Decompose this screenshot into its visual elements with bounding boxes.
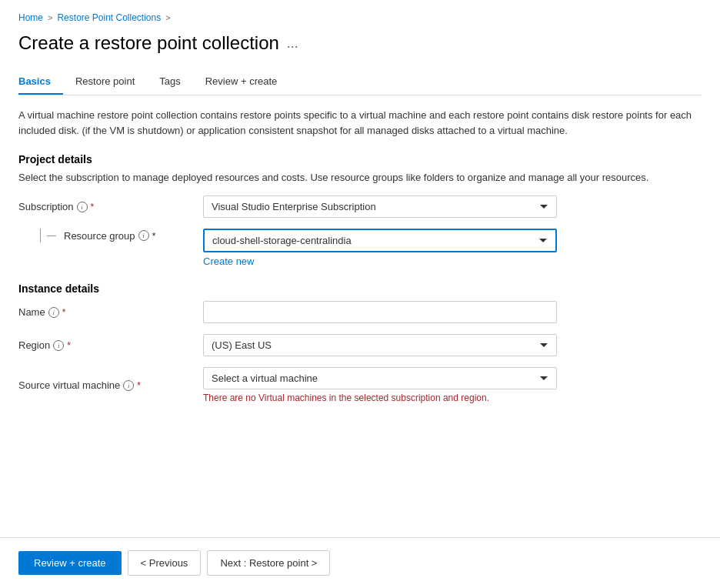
source-vm-label: Source virtual machine i * xyxy=(18,379,203,391)
project-details-desc: Select the subscription to manage deploy… xyxy=(18,172,702,183)
resource-group-row: Resource group i * cloud-shell-storage-c… xyxy=(18,229,702,267)
region-control: (US) East US xyxy=(203,334,557,356)
source-vm-error: There are no Virtual machines in the sel… xyxy=(203,393,557,403)
next-button[interactable]: Next : Restore point > xyxy=(207,550,330,576)
resource-group-label-area: Resource group i * xyxy=(18,229,203,242)
tab-review-create[interactable]: Review + create xyxy=(193,69,290,95)
page-title: Create a restore point collection xyxy=(18,32,279,54)
region-row: Region i * (US) East US xyxy=(18,334,702,356)
review-create-button[interactable]: Review + create xyxy=(18,551,122,575)
region-select[interactable]: (US) East US xyxy=(203,334,557,356)
source-vm-info-icon[interactable]: i xyxy=(123,380,134,391)
source-vm-select[interactable]: Select a virtual machine xyxy=(203,367,557,389)
subscription-info-icon[interactable]: i xyxy=(77,202,88,212)
name-control xyxy=(203,301,557,323)
instance-details-title: Instance details xyxy=(18,282,702,295)
breadcrumb-collections[interactable]: Restore Point Collections xyxy=(57,12,161,23)
tab-bar: Basics Restore point Tags Review + creat… xyxy=(18,69,702,95)
resource-group-select[interactable]: cloud-shell-storage-centralindia xyxy=(203,229,557,252)
previous-button[interactable]: < Previous xyxy=(128,550,202,576)
footer: Review + create < Previous Next : Restor… xyxy=(0,537,720,588)
more-options-icon[interactable]: ... xyxy=(287,35,298,52)
instance-details-section: Instance details Name i * Region i * (US… xyxy=(18,282,702,403)
resource-group-required: * xyxy=(152,230,156,242)
name-required: * xyxy=(62,307,66,318)
breadcrumb-home[interactable]: Home xyxy=(18,12,43,23)
subscription-required: * xyxy=(91,202,95,212)
name-info-icon[interactable]: i xyxy=(48,307,59,318)
page-title-row: Create a restore point collection ... xyxy=(18,32,702,54)
breadcrumb-sep1: > xyxy=(48,13,52,22)
source-vm-required: * xyxy=(137,380,141,391)
tab-basics[interactable]: Basics xyxy=(18,69,63,95)
page-description: A virtual machine restore point collecti… xyxy=(18,108,702,138)
name-row: Name i * xyxy=(18,301,702,323)
create-new-link[interactable]: Create new xyxy=(203,256,557,267)
name-input[interactable] xyxy=(203,301,557,323)
resource-group-control: cloud-shell-storage-centralindia Create … xyxy=(203,229,557,267)
source-vm-row: Source virtual machine i * Select a virt… xyxy=(18,367,702,403)
region-label: Region i * xyxy=(18,339,203,351)
name-label: Name i * xyxy=(18,306,203,318)
tab-tags[interactable]: Tags xyxy=(147,69,192,95)
breadcrumb: Home > Restore Point Collections > xyxy=(18,12,702,23)
subscription-label: Subscription i * xyxy=(18,201,203,212)
region-required: * xyxy=(67,340,71,351)
resource-group-info-icon[interactable]: i xyxy=(138,230,149,241)
subscription-select[interactable]: Visual Studio Enterprise Subscription xyxy=(203,195,557,218)
subscription-row: Subscription i * Visual Studio Enterpris… xyxy=(18,195,702,218)
resource-group-label: Resource group i * xyxy=(18,229,203,242)
source-vm-control: Select a virtual machine There are no Vi… xyxy=(203,367,557,403)
region-info-icon[interactable]: i xyxy=(53,340,64,351)
tab-restore-point[interactable]: Restore point xyxy=(63,69,147,95)
breadcrumb-sep2: > xyxy=(165,13,170,22)
project-details-title: Project details xyxy=(18,153,702,165)
subscription-control: Visual Studio Enterprise Subscription xyxy=(203,195,557,218)
